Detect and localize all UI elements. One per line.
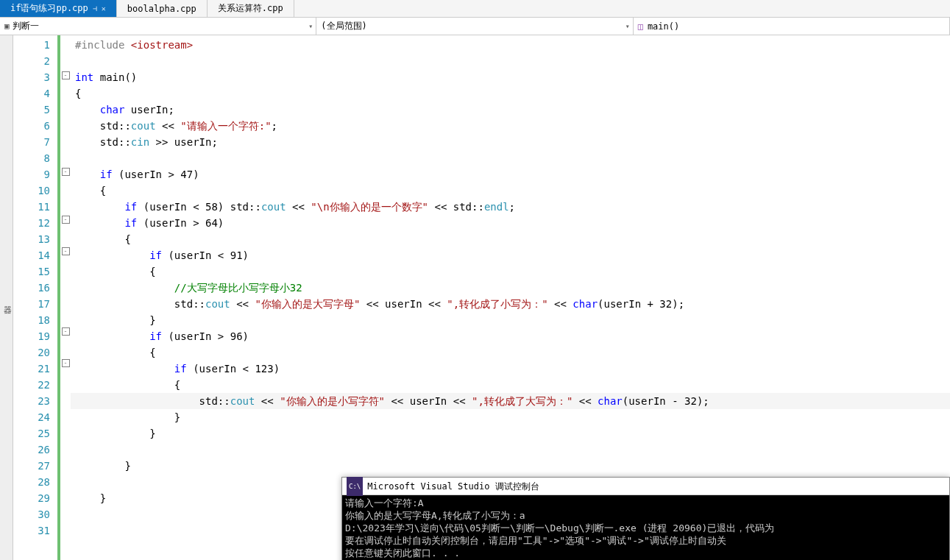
fold-line <box>60 116 71 132</box>
line-number: 12 <box>13 215 57 231</box>
line-number: 16 <box>13 280 57 296</box>
scope-selector-project[interactable]: ▣ 判断一 ▾ <box>0 18 316 35</box>
line-number: 13 <box>13 231 57 247</box>
line-number: 5 <box>13 102 57 118</box>
line-number: 29 <box>13 490 57 506</box>
fold-toggle-icon[interactable]: - <box>62 247 70 255</box>
editor-area: 器 12345678910111213141516171819202122232… <box>0 35 950 560</box>
line-number: 10 <box>13 182 57 199</box>
fold-line <box>60 83 71 99</box>
code-line[interactable]: if (userIn < 58) std::cout << "\n你输入的是一个… <box>71 199 950 215</box>
line-number: 1 <box>13 37 57 53</box>
line-number: 6 <box>13 118 57 134</box>
fold-line <box>60 227 71 244</box>
code-line[interactable]: { <box>71 263 950 280</box>
fold-line <box>60 308 71 324</box>
code-line[interactable]: std::cin >> userIn; <box>71 134 950 150</box>
line-number: 14 <box>13 247 57 263</box>
fold-column[interactable]: ------ <box>60 35 71 560</box>
fold-line <box>60 436 71 452</box>
code-line[interactable]: std::cout << "你输入的是大写字母" << userIn << ",… <box>71 296 950 312</box>
code-line[interactable]: if (userIn > 47) <box>71 166 950 182</box>
side-toolbar[interactable]: 器 <box>0 35 13 560</box>
fold-line <box>60 180 71 196</box>
function-selector[interactable]: ◫ main() <box>634 18 950 35</box>
tab-item[interactable]: 关系运算符.cpp <box>208 0 294 17</box>
line-number: 21 <box>13 361 57 377</box>
pin-icon[interactable]: ⊣ <box>93 4 97 13</box>
code-line[interactable]: if (userIn > 64) <box>71 215 950 231</box>
tab-bar: if语句练习pp.cpp ⊣ ✕ boolalpha.cpp 关系运算符.cpp <box>0 0 950 18</box>
line-number: 2 <box>13 53 57 69</box>
fold-line <box>60 259 71 275</box>
function-label: main() <box>648 21 679 32</box>
console-title-text: Microsoft Visual Studio 调试控制台 <box>367 478 539 495</box>
tab-label: if语句练习pp.cpp <box>10 2 88 15</box>
line-number: 26 <box>13 442 57 458</box>
code-line[interactable]: { <box>71 231 950 247</box>
line-number: 18 <box>13 312 57 328</box>
code-line[interactable]: } <box>71 458 950 474</box>
line-number: 23 <box>13 393 57 409</box>
fold-line <box>60 517 71 533</box>
code-line[interactable]: } <box>71 409 950 425</box>
line-number: 28 <box>13 474 57 490</box>
scope-selector-global[interactable]: (全局范围) ▾ <box>316 18 633 35</box>
close-icon[interactable]: ✕ <box>102 4 106 13</box>
line-number: 8 <box>13 150 57 166</box>
line-number: 27 <box>13 458 57 474</box>
fold-line <box>60 500 71 517</box>
fold-line <box>60 148 71 164</box>
code-line[interactable] <box>71 53 950 69</box>
console-output[interactable]: 请输入一个字符:A 你输入的是大写字母A,转化成了小写为：a D:\2023年学… <box>342 495 949 560</box>
fold-toggle-icon[interactable]: - <box>62 71 70 79</box>
fold-toggle-icon[interactable]: - <box>62 168 70 176</box>
code-line[interactable]: { <box>71 377 950 393</box>
code-line[interactable]: { <box>71 85 950 102</box>
tab-active[interactable]: if语句练习pp.cpp ⊣ ✕ <box>0 0 117 17</box>
code-line[interactable]: char userIn; <box>71 102 950 118</box>
line-number: 25 <box>13 425 57 442</box>
line-number: 4 <box>13 85 57 102</box>
line-number: 20 <box>13 344 57 361</box>
chevron-down-icon: ▾ <box>308 22 313 30</box>
fold-line <box>60 419 71 436</box>
fold-toggle-icon[interactable]: - <box>62 216 70 224</box>
fold-line <box>60 35 71 52</box>
code-line[interactable] <box>71 442 950 458</box>
line-number: 7 <box>13 134 57 150</box>
fold-toggle-icon[interactable]: - <box>62 327 70 336</box>
fold-line <box>60 371 71 387</box>
tab-label: 关系运算符.cpp <box>218 2 283 15</box>
project-icon: ▣ <box>4 21 10 31</box>
tab-label: boolalpha.cpp <box>127 4 196 14</box>
debug-console-window[interactable]: C:\ Microsoft Visual Studio 调试控制台 请输入一个字… <box>341 477 950 560</box>
code-line[interactable]: { <box>71 182 950 199</box>
code-line[interactable]: if (userIn > 96) <box>71 328 950 344</box>
code-line[interactable]: if (userIn < 123) <box>71 361 950 377</box>
code-line[interactable]: { <box>71 344 950 361</box>
code-line[interactable]: } <box>71 312 950 328</box>
fold-line <box>60 452 71 468</box>
fold-line <box>60 291 71 308</box>
fold-line <box>60 387 71 403</box>
code-line[interactable]: #include <iostream> <box>71 37 950 53</box>
code-line[interactable] <box>71 150 950 166</box>
code-line[interactable]: } <box>71 425 950 442</box>
code-line[interactable]: if (userIn < 91) <box>71 247 950 263</box>
fold-line <box>60 132 71 148</box>
tab-item[interactable]: boolalpha.cpp <box>117 0 208 17</box>
fold-line <box>60 484 71 500</box>
code-line[interactable]: std::cout << "你输入的是小写字符" << userIn << ",… <box>71 393 950 409</box>
line-number: 11 <box>13 199 57 215</box>
code-line[interactable]: //大写字母比小写字母小32 <box>71 280 950 296</box>
line-number: 22 <box>13 377 57 393</box>
line-number: 31 <box>13 522 57 539</box>
scope-label: (全局范围) <box>321 20 366 32</box>
code-line[interactable]: std::cout << "请输入一个字符:"; <box>71 118 950 134</box>
code-line[interactable]: int main() <box>71 69 950 85</box>
fold-toggle-icon[interactable]: - <box>62 359 70 367</box>
console-titlebar[interactable]: C:\ Microsoft Visual Studio 调试控制台 <box>342 478 949 495</box>
fold-line <box>60 275 71 291</box>
line-number: 15 <box>13 263 57 280</box>
